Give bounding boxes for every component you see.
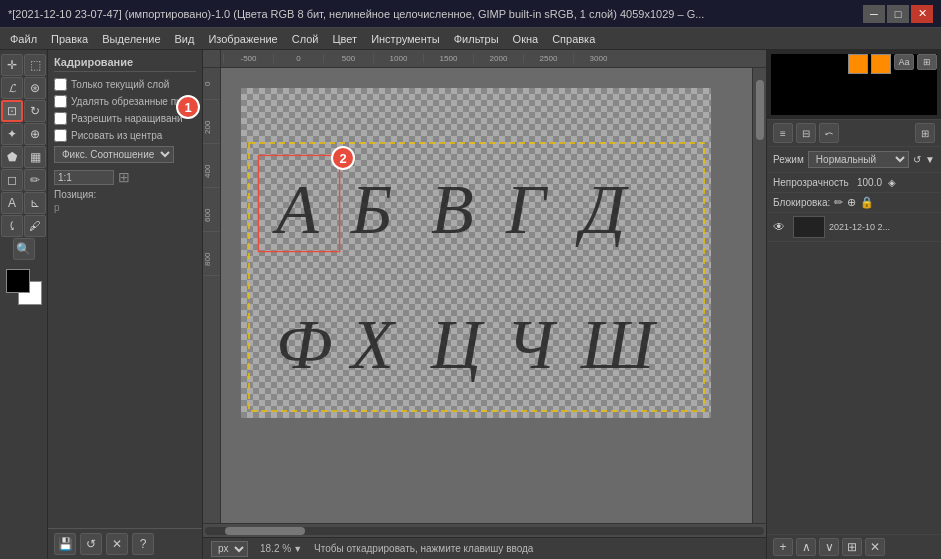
zoom-control: 18.2 % ▼ bbox=[260, 543, 302, 554]
annotation-badge-2: 2 bbox=[331, 146, 355, 170]
status-bar: px 18.2 % ▼ Чтобы откадрировать, нажмите… bbox=[203, 537, 766, 559]
text-tool-button[interactable]: A bbox=[1, 192, 23, 214]
move-tool-button[interactable]: ✛ bbox=[1, 54, 23, 76]
option-current-layer: Только текущий слой bbox=[54, 78, 196, 91]
right-panel: Aa ⊞ ≡ ⊟ ⤺ ⊞ Режим Нормальный ↺ ▼ bbox=[766, 50, 941, 559]
layer-thumbnail bbox=[793, 216, 825, 238]
layer-name: 2021-12-10 2... bbox=[829, 222, 890, 232]
clone-tool-button[interactable]: ⊕ bbox=[24, 123, 46, 145]
menu-windows[interactable]: Окна bbox=[507, 31, 545, 47]
zoom-dropdown-icon[interactable]: ▼ bbox=[293, 544, 302, 554]
menu-file[interactable]: Файл bbox=[4, 31, 43, 47]
lock-position-icon[interactable]: ⊕ bbox=[847, 196, 856, 209]
color-picker-button[interactable]: 🖋 bbox=[24, 215, 46, 237]
vertical-scrollbar[interactable] bbox=[752, 68, 766, 523]
tool-row-8: ⤹ 🖋 bbox=[1, 215, 46, 237]
menu-image[interactable]: Изображение bbox=[202, 31, 283, 47]
color-swatch-orange[interactable] bbox=[848, 54, 868, 74]
tool-row-3: ⊡ ↻ bbox=[1, 100, 46, 122]
option-allow-grow-label: Разрешить наращивани bbox=[71, 113, 183, 124]
new-layer-button[interactable]: + bbox=[773, 538, 793, 556]
layer-mode-select[interactable]: Нормальный bbox=[808, 151, 909, 168]
airbrush-tool-button[interactable]: ⊾ bbox=[24, 192, 46, 214]
ruler-mark-3000: 3000 bbox=[573, 54, 623, 63]
rect-select-tool-button[interactable]: ⬚ bbox=[24, 54, 46, 76]
option-current-layer-checkbox[interactable] bbox=[54, 78, 67, 91]
channels-panel-icon[interactable]: ⊟ bbox=[796, 123, 816, 143]
close-button[interactable]: ✕ bbox=[911, 5, 933, 23]
layers-panel-icon[interactable]: ≡ bbox=[773, 123, 793, 143]
lock-pencil-icon[interactable]: ✏ bbox=[834, 196, 843, 209]
layer-opacity-label: Непрозрачность bbox=[773, 177, 853, 188]
reset-button[interactable]: ↺ bbox=[80, 533, 102, 555]
layer-item[interactable]: 👁 2021-12-10 2... bbox=[767, 213, 941, 242]
fuzzy-select-tool-button[interactable]: ⊛ bbox=[24, 77, 46, 99]
ratio-input-row: ⊞ bbox=[54, 169, 196, 185]
option-allow-grow-checkbox[interactable] bbox=[54, 112, 67, 125]
save-preset-button[interactable]: 💾 bbox=[54, 533, 76, 555]
ratio-input[interactable] bbox=[54, 170, 114, 185]
svg-text:В: В bbox=[431, 171, 474, 248]
right-top-text-icon[interactable]: Aa bbox=[894, 54, 914, 70]
duplicate-layer-button[interactable]: ⊞ bbox=[842, 538, 862, 556]
paths-panel-icon[interactable]: ⤺ bbox=[819, 123, 839, 143]
horizontal-scrollbar[interactable] bbox=[203, 523, 766, 537]
window-title: *[2021-12-10 23-07-47] (импортировано)-1… bbox=[8, 8, 863, 20]
help-button[interactable]: ? bbox=[132, 533, 154, 555]
position-label: Позиция: bbox=[54, 189, 196, 200]
lock-all-icon[interactable]: 🔒 bbox=[860, 196, 874, 209]
layer-mode-row: Режим Нормальный ↺ ▼ bbox=[767, 147, 941, 173]
zoom-tool-button[interactable]: 🔍 bbox=[13, 238, 35, 260]
menu-edit[interactable]: Правка bbox=[45, 31, 94, 47]
right-panel-expand-button[interactable]: ⊞ bbox=[915, 123, 935, 143]
option-delete-cropped-label: Удалять обрезанные пи bbox=[71, 96, 182, 107]
layer-visibility-icon[interactable]: 👁 bbox=[773, 220, 789, 234]
menu-layer[interactable]: Слой bbox=[286, 31, 325, 47]
tool-row-9: 🔍 bbox=[13, 238, 35, 260]
rotate-tool-button[interactable]: ↻ bbox=[24, 100, 46, 122]
layer-mode-expand-icon[interactable]: ▼ bbox=[925, 154, 935, 165]
right-panel-tools: ≡ ⊟ ⤺ ⊞ bbox=[767, 120, 941, 147]
menu-select[interactable]: Выделение bbox=[96, 31, 166, 47]
svg-text:Д: Д bbox=[575, 171, 629, 248]
layer-mode-label: Режим bbox=[773, 154, 804, 165]
layer-opacity-expand-icon[interactable]: ◈ bbox=[888, 177, 896, 188]
foreground-color-swatch[interactable] bbox=[6, 269, 30, 293]
svg-text:Ч: Ч bbox=[506, 306, 558, 383]
color-swatch-orange2[interactable] bbox=[871, 54, 891, 74]
right-top-expand-icon[interactable]: ⊞ bbox=[917, 54, 937, 70]
ruler-left-mark-400: 400 bbox=[203, 158, 220, 188]
crop-tool-button[interactable]: ⊡ bbox=[1, 100, 23, 122]
menu-filters[interactable]: Фильтры bbox=[448, 31, 505, 47]
pencil-tool-button[interactable]: ✏ bbox=[24, 169, 46, 191]
paths-tool-button[interactable]: ⤹ bbox=[1, 215, 23, 237]
tool-row-1: ✛ ⬚ bbox=[1, 54, 46, 76]
ruler-left: 0 200 400 600 800 bbox=[203, 68, 221, 523]
lasso-tool-button[interactable]: 𝓛 bbox=[1, 77, 23, 99]
eraser-tool-button[interactable]: ◻ bbox=[1, 169, 23, 191]
option-delete-cropped-checkbox[interactable] bbox=[54, 95, 67, 108]
layer-mode-reset-icon[interactable]: ↺ bbox=[913, 154, 921, 165]
menu-color[interactable]: Цвет bbox=[326, 31, 363, 47]
minimize-button[interactable]: ─ bbox=[863, 5, 885, 23]
hscroll-thumb[interactable] bbox=[225, 527, 305, 535]
option-from-center-checkbox[interactable] bbox=[54, 129, 67, 142]
menu-tools[interactable]: Инструменты bbox=[365, 31, 446, 47]
raise-layer-button[interactable]: ∧ bbox=[796, 538, 816, 556]
aspect-ratio-select[interactable]: Фикс. Соотношение с bbox=[54, 146, 174, 163]
unit-select[interactable]: px bbox=[211, 541, 248, 557]
canvas-viewport[interactable]: А Б В Г Д Ф Х bbox=[221, 68, 752, 523]
gradient-tool-button[interactable]: ▦ bbox=[24, 146, 46, 168]
maximize-button[interactable]: □ bbox=[887, 5, 909, 23]
menu-view[interactable]: Вид bbox=[169, 31, 201, 47]
bucket-fill-button[interactable]: ⬟ bbox=[1, 146, 23, 168]
ratio-lock-icon[interactable]: ⊞ bbox=[118, 169, 130, 185]
delete-layer-button[interactable]: ✕ bbox=[865, 538, 885, 556]
svg-text:Б: Б bbox=[350, 171, 392, 248]
heal-tool-button[interactable]: ✦ bbox=[1, 123, 23, 145]
delete-preset-button[interactable]: ✕ bbox=[106, 533, 128, 555]
menu-help[interactable]: Справка bbox=[546, 31, 601, 47]
option-from-center: Рисовать из центра bbox=[54, 129, 196, 142]
lower-layer-button[interactable]: ∨ bbox=[819, 538, 839, 556]
vscroll-thumb[interactable] bbox=[756, 80, 764, 140]
